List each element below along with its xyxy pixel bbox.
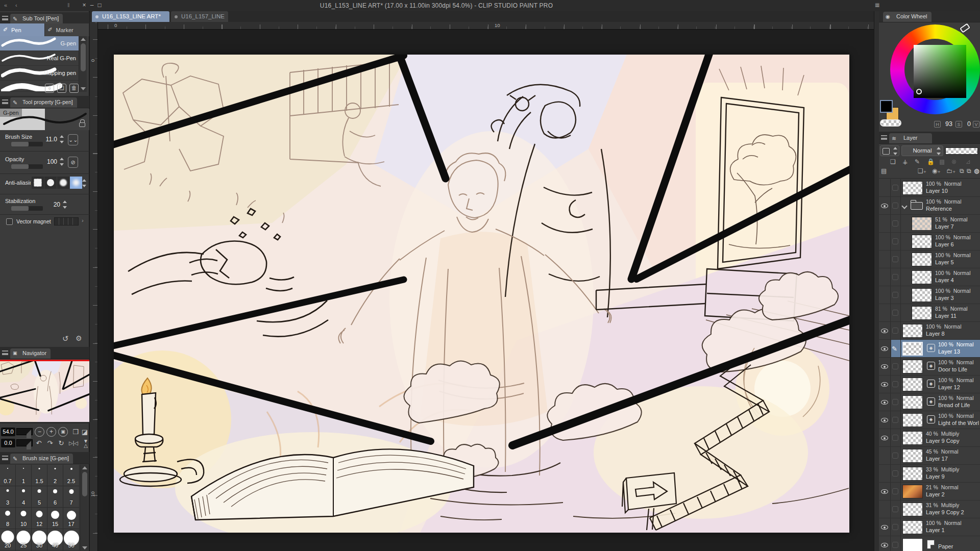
brushsize-cell[interactable]: 30 <box>32 529 47 550</box>
workspace-grid-icon[interactable]: ▦ <box>875 2 879 8</box>
canvas-artwork[interactable] <box>114 55 849 533</box>
canvas-surround[interactable] <box>98 30 874 551</box>
layer-row[interactable]: 100 % Normal Layer 1 <box>879 518 980 536</box>
visibility-eye-icon[interactable] <box>881 364 888 369</box>
layer-opacity-slider[interactable] <box>945 147 978 155</box>
layer-row-selected[interactable]: ✎ ◈ 100 % Normal Layer 13 <box>879 340 980 358</box>
brushsize-cell[interactable]: 20 <box>0 529 16 550</box>
brush-item-partial[interactable] <box>0 81 79 92</box>
brushsize-cell[interactable]: 50 <box>63 529 80 550</box>
vector-magnet-expand-icon[interactable]: › <box>82 217 84 223</box>
flip-vertical-icon[interactable]: ▼△ <box>81 438 91 448</box>
reset-tool-icon[interactable]: ↺ <box>62 334 72 344</box>
full-screen-icon[interactable]: ◪ <box>80 427 90 437</box>
rotate-right-icon[interactable]: ↷ <box>45 438 55 448</box>
layer-row[interactable]: ◈ 100 % Normal Layer 12 <box>879 375 980 393</box>
opacity-value[interactable]: 100 <box>42 158 57 165</box>
brushsize-cell[interactable]: 17 <box>63 508 80 529</box>
opacity-spinner[interactable] <box>59 157 64 166</box>
transfer-layer-icon[interactable]: ⧉ <box>960 167 964 174</box>
document-tab-active[interactable]: U16_L153_LINE ART* <box>92 11 169 22</box>
brushsize-panel-tab[interactable]: ✎ Brush size [G-pen] <box>10 454 73 464</box>
stabilization-value[interactable]: 20 <box>45 201 60 208</box>
import-subtool-icon[interactable]: ⇩ <box>45 84 54 93</box>
main-color-swatch[interactable] <box>880 100 893 113</box>
mask-layer-icon[interactable]: ◍ <box>974 167 979 174</box>
brushsize-cell[interactable]: 40 <box>47 529 63 550</box>
navigator-menu-icon[interactable] <box>2 350 8 355</box>
layer-row-paper[interactable]: Paper <box>879 536 980 551</box>
visibility-eye-icon[interactable] <box>881 418 888 422</box>
layer-row[interactable]: 100 % Normal Layer 8 <box>879 322 980 340</box>
antialias-middle-button[interactable] <box>57 177 69 189</box>
brushsize-cell[interactable]: 25 <box>16 529 32 550</box>
pixel-zoom-icon[interactable]: ❒ <box>70 427 81 437</box>
saturation-value-square[interactable] <box>914 45 966 98</box>
stabilization-spinner[interactable] <box>62 200 67 209</box>
brush-size-expand-button[interactable]: ⌄⌄ <box>68 134 78 145</box>
zoom-value[interactable]: 54.0 <box>1 428 15 436</box>
rotation-value[interactable]: 0.0 <box>1 439 15 447</box>
delete-subtool-icon[interactable]: 🗑 <box>69 84 79 93</box>
visibility-eye-icon[interactable] <box>881 204 888 208</box>
reference-layer-icon[interactable]: ⚶ <box>902 158 908 165</box>
brush-list-scrollbar[interactable] <box>79 36 87 92</box>
visibility-eye-icon[interactable] <box>881 382 888 387</box>
brushsize-cell[interactable]: 15 <box>47 508 63 529</box>
brushsize-cell[interactable]: 6 <box>47 486 63 508</box>
layer-row[interactable]: 100 % Normal Layer 5 <box>879 251 980 268</box>
transparent-color-chip[interactable] <box>880 119 901 127</box>
visibility-eye-icon[interactable] <box>881 346 888 351</box>
brushsize-cell[interactable]: 3 <box>0 486 16 508</box>
layer-row[interactable]: 100 % Normal Layer 4 <box>879 268 980 286</box>
zoom-in-button[interactable]: + <box>46 427 56 437</box>
zoom-out-button[interactable]: − <box>35 427 44 437</box>
blend-mode-dropdown[interactable]: Normal <box>901 145 943 156</box>
brush-size-spinner[interactable] <box>59 135 64 144</box>
antialias-spinner[interactable] <box>82 179 87 188</box>
colorwheel-panel-tab[interactable]: ◉ Color Wheel <box>883 12 932 22</box>
tab-pen[interactable]: ✐ Pen <box>0 23 45 36</box>
flip-horizontal-icon[interactable]: ▷|◁ <box>68 438 79 448</box>
mask-enable-icon[interactable]: ⊗ <box>951 158 957 165</box>
rotate-left-icon[interactable]: ↶ <box>34 438 44 448</box>
brushsize-cell[interactable]: 4 <box>16 486 32 508</box>
opacity-slider[interactable] <box>11 164 43 169</box>
vector-magnet-strength[interactable] <box>54 217 79 226</box>
layer-menu-icon[interactable] <box>881 135 887 140</box>
ruler-layer-icon[interactable]: ⊿ <box>966 158 971 165</box>
layer-panel-tab[interactable]: ≋ Layer <box>889 133 932 143</box>
stabilization-slider[interactable] <box>11 206 43 211</box>
tab-marker[interactable]: ✐ Marker <box>45 23 90 36</box>
visibility-eye-icon[interactable] <box>881 436 888 440</box>
layer-row[interactable]: 100 % Normal Layer 3 <box>879 286 980 304</box>
brushsize-scrollbar[interactable] <box>80 465 88 551</box>
brushsize-cell[interactable]: 5 <box>32 486 47 508</box>
new-folder-icon[interactable]: 🗀₊ <box>946 167 955 174</box>
lock-transparent-icon[interactable]: ▩ <box>939 158 945 165</box>
new-vector-layer-icon[interactable]: ◉₊ <box>932 167 941 174</box>
folder-expand-chevron[interactable] <box>901 203 907 209</box>
reset-rotation-icon[interactable]: ↻ <box>56 438 66 448</box>
canvas-page[interactable] <box>114 55 849 533</box>
layer-row[interactable]: 33 % Multiply Layer 9 <box>879 465 980 483</box>
brushsize-cell[interactable]: 2 <box>47 465 63 486</box>
layer-row[interactable]: 31 % Multiply Layer 9 Copy 2 <box>879 500 980 518</box>
brushsize-cell[interactable]: 1 <box>16 465 32 486</box>
visibility-eye-icon[interactable] <box>881 543 888 547</box>
new-raster-layer-icon[interactable]: ❑₊ <box>918 167 926 174</box>
clip-below-icon[interactable]: ❏ <box>890 158 896 165</box>
draft-layer-icon[interactable]: ✎ <box>915 158 920 165</box>
layer-combine-chip[interactable] <box>880 145 899 156</box>
brush-size-slider[interactable] <box>11 142 43 146</box>
layer-row[interactable]: 100 % Normal Layer 10 <box>879 179 980 197</box>
layer-row[interactable]: 81 % Normal Layer 11 <box>879 304 980 322</box>
toolprop-panel-tab[interactable]: ✎ Tool property [G-pen] <box>10 97 77 108</box>
brushsize-cell[interactable]: 1.5 <box>32 465 47 486</box>
duplicate-subtool-icon[interactable]: ❏ <box>57 84 66 93</box>
brushsize-cell[interactable]: 8 <box>0 508 16 529</box>
visibility-eye-icon[interactable] <box>881 525 888 530</box>
brushsize-cell[interactable]: 12 <box>32 508 47 529</box>
vector-magnet-checkbox[interactable] <box>6 218 13 225</box>
brush-item-gpen[interactable]: G-pen <box>0 36 79 51</box>
